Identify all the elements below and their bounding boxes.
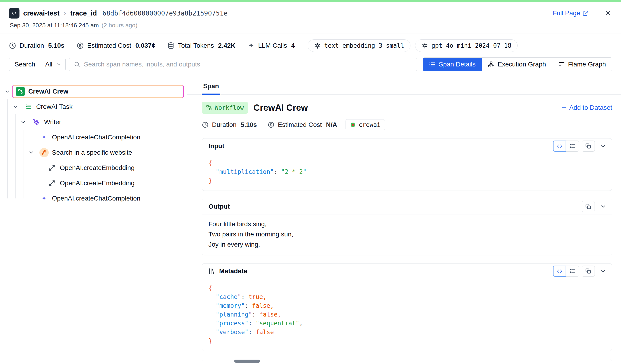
code-icon	[556, 143, 563, 149]
trace-id-value: 68dbf4d6000000007e93a8b21590751e	[103, 10, 227, 17]
tree-node-label: CrewAI Task	[36, 103, 73, 111]
clock-icon	[9, 42, 16, 49]
trace-timestamp: Sep 30, 2025 at 11:18:46.245 am	[10, 22, 99, 29]
tree-expander-chevron-down-icon[interactable]	[18, 119, 28, 125]
span-estimated-cost: Estimated Cost N/A	[268, 121, 337, 128]
collapse-metadata-button[interactable]	[598, 266, 609, 277]
formatted-view-button[interactable]	[566, 266, 579, 277]
list-icon	[429, 61, 435, 68]
copy-metadata-button[interactable]	[582, 266, 595, 277]
chevron-down-icon	[600, 143, 606, 149]
span-detail-panel: Span Workflow CrewAI Crew Add to Dataset	[187, 77, 621, 364]
flame-icon	[558, 61, 565, 68]
trace-type-icon	[9, 8, 19, 18]
chevron-down-icon	[600, 268, 606, 274]
search-scope-select[interactable]: All	[41, 58, 65, 71]
tab-span[interactable]: Span	[202, 77, 220, 95]
output-line: Four little birds sing,	[208, 219, 605, 229]
trace-header: crewai-test › trace_id 68dbf4d6000000007…	[0, 2, 621, 34]
metadata-json: { "cache": true, "memory": false, "plann…	[202, 279, 612, 351]
span-meta-row: Duration 5.10s Estimated Cost N/A crewai	[202, 119, 612, 130]
expand-tags-button[interactable]	[598, 361, 609, 364]
view-format-toggle	[553, 141, 579, 152]
trace-stats-bar: Duration 5.10s Estimated Cost 0.037¢ Tot…	[0, 34, 621, 56]
tree-guide-line	[15, 114, 16, 198]
stat-llm-calls: LLM Calls 4	[247, 42, 295, 49]
tree-node-label: Writer	[44, 118, 61, 126]
collapse-input-button[interactable]	[598, 141, 609, 152]
view-button-span-details[interactable]: Span Details	[423, 58, 482, 71]
code-line: "planning": false,	[208, 310, 605, 319]
output-section-header: Output	[202, 199, 612, 214]
copy-input-button[interactable]	[582, 141, 595, 152]
model-badges: text-embedding-3-smallgpt-4o-mini-2024-0…	[308, 39, 518, 52]
tree-node-writer[interactable]: Writer	[0, 114, 185, 130]
task-icon	[24, 102, 33, 111]
list-icon	[569, 268, 576, 274]
tree-guide-line	[7, 99, 8, 198]
search-icon	[74, 61, 80, 68]
tool-icon	[39, 148, 49, 157]
code-line: {	[208, 284, 605, 292]
span-tree-panel: CrewAI CrewCrewAI TaskWriterOpenAI.creat…	[0, 77, 187, 364]
stat-total-tokens: Total Tokens 2.42K	[167, 42, 235, 49]
code-line: "verbose": false	[208, 328, 605, 336]
tree-node-openai-createchatcompletion[interactable]: OpenAI.createChatCompletion	[0, 191, 185, 206]
tree-node-openai-createembedding[interactable]: OpenAI.createEmbedding	[0, 160, 185, 175]
add-to-dataset-button[interactable]: Add to Dataset	[561, 104, 612, 111]
horizontal-scrollbar-thumb[interactable]	[234, 360, 260, 363]
span-type-badge: Workflow	[202, 102, 248, 114]
code-line: "process": "sequential",	[208, 319, 605, 328]
close-button[interactable]	[604, 9, 612, 17]
tree-node-openai-createembedding[interactable]: OpenAI.createEmbedding	[0, 175, 185, 191]
output-section: Output Four little birds sing,Two pairs …	[202, 199, 612, 255]
tree-node-label: Search in a specific website	[52, 149, 132, 156]
raw-json-view-button[interactable]	[553, 141, 566, 152]
raw-json-view-button[interactable]	[553, 266, 566, 277]
view-button-execution-graph[interactable]: Execution Graph	[482, 58, 552, 71]
openai-logo-icon	[421, 42, 428, 49]
trace-viewer-page: crewai-test › trace_id 68dbf4d6000000007…	[0, 0, 621, 364]
search-toolbar: Search All Span DetailsExecution GraphFl…	[0, 56, 621, 77]
llm-icon	[39, 133, 49, 142]
plus-icon	[561, 105, 567, 111]
model-badge[interactable]: gpt-4o-mini-2024-07-18	[415, 39, 518, 52]
search-input[interactable]	[84, 61, 412, 68]
output-text: Four little birds sing,Two pairs in the …	[202, 214, 612, 255]
tree-expander-chevron-down-icon[interactable]	[11, 104, 20, 110]
span-title-row: Workflow CrewAI Crew Add to Dataset	[202, 102, 612, 114]
trace-timestamp-relative: (2 hours ago)	[102, 22, 138, 29]
main-split: CrewAI CrewCrewAI TaskWriterOpenAI.creat…	[0, 77, 621, 364]
tree-node-crewai-task[interactable]: CrewAI Task	[0, 99, 185, 114]
view-button-flame-graph[interactable]: Flame Graph	[552, 58, 612, 71]
close-icon	[604, 9, 612, 17]
tree-node-label: OpenAI.createEmbedding	[60, 164, 135, 172]
sparkle-icon	[247, 42, 255, 49]
copy-icon	[585, 268, 591, 274]
collapse-output-button[interactable]	[598, 201, 609, 212]
breadcrumb-project[interactable]: crewai-test	[23, 9, 60, 17]
copy-output-button[interactable]	[582, 201, 595, 212]
tree-node-search-in-a-specific-website[interactable]: Search in a specific website	[0, 145, 185, 160]
tree-node-label: OpenAI.createEmbedding	[60, 179, 135, 187]
tree-expander-chevron-down-icon[interactable]	[26, 150, 36, 156]
copy-icon	[585, 204, 591, 209]
clock-icon	[202, 121, 209, 128]
formatted-view-button[interactable]	[566, 141, 579, 152]
status-strip	[0, 0, 621, 2]
breadcrumb-separator-icon: ›	[64, 9, 66, 17]
detail-tabbar: Span	[187, 77, 621, 95]
code-line: }	[208, 336, 605, 345]
stat-duration: Duration 5.10s	[9, 42, 65, 49]
metadata-section: Metadata { "cache": true, "memory": fals…	[202, 263, 612, 351]
full-page-button[interactable]: Full Page	[553, 10, 588, 17]
code-line: {	[208, 158, 605, 167]
crewai-logo-icon	[350, 122, 356, 128]
tree-expander-chevron-down-icon[interactable]	[3, 88, 12, 95]
library-icon	[208, 268, 215, 275]
tree-node-crewai-crew[interactable]: CrewAI Crew	[0, 84, 185, 99]
tree-node-openai-createchatcompletion[interactable]: OpenAI.createChatCompletion	[0, 130, 185, 145]
model-badge[interactable]: text-embedding-3-small	[308, 39, 410, 52]
code-line: "memory": false,	[208, 301, 605, 310]
detail-body: Workflow CrewAI Crew Add to Dataset Dura…	[187, 95, 621, 364]
